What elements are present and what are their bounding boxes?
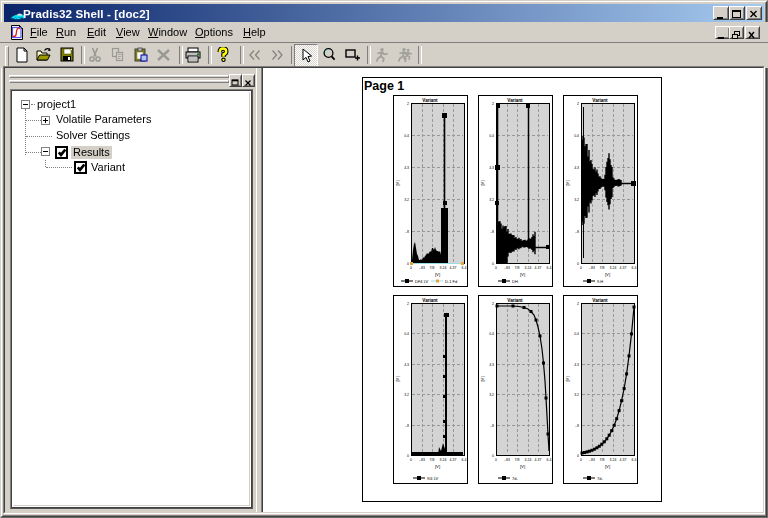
- svg-text:-.8: -.8: [405, 424, 409, 428]
- svg-text:3.2: 3.2: [574, 198, 579, 202]
- svg-text:4.3: 4.3: [574, 363, 579, 367]
- svg-text:-.8: -.8: [405, 230, 409, 234]
- svg-text:2: 2: [577, 102, 579, 106]
- svg-text:7/8: 7/8: [515, 458, 520, 462]
- svg-text:0.4: 0.4: [404, 332, 409, 336]
- svg-text:[V]: [V]: [395, 376, 400, 381]
- svg-text:Variant: Variant: [422, 298, 438, 303]
- svg-text:0: 0: [495, 266, 497, 270]
- svg-text:0.4: 0.4: [404, 134, 409, 138]
- svg-text:3.2: 3.2: [404, 393, 409, 397]
- svg-text:[V]: [V]: [565, 180, 570, 185]
- svg-text:0.4: 0.4: [574, 332, 579, 336]
- svg-text:0: 0: [410, 458, 412, 462]
- svg-text:[V]: [V]: [565, 376, 570, 381]
- svg-text:2: 2: [407, 102, 409, 106]
- svg-text:[V]: [V]: [605, 272, 610, 277]
- svg-text:-.83: -.83: [589, 266, 595, 270]
- svg-text:4.3: 4.3: [489, 363, 494, 367]
- svg-text:-.83: -.83: [589, 458, 595, 462]
- svg-text:-.8: -.8: [575, 424, 579, 428]
- svg-text:3.24: 3.24: [610, 458, 617, 462]
- svg-text:7/8: 7/8: [430, 458, 435, 462]
- svg-text:0: 0: [580, 266, 582, 270]
- svg-text:4.3: 4.3: [404, 363, 409, 367]
- svg-text:4.3: 4.3: [404, 166, 409, 170]
- svg-text:7d-: 7d-: [512, 476, 518, 481]
- svg-text:6.4: 6.4: [632, 266, 637, 270]
- svg-text:[V]: [V]: [395, 180, 400, 185]
- svg-text:Variant: Variant: [507, 98, 523, 103]
- svg-text:9.H: 9.H: [597, 279, 603, 284]
- svg-text:3.24: 3.24: [525, 458, 532, 462]
- svg-text:[V]: [V]: [605, 464, 610, 469]
- svg-text:3.24: 3.24: [525, 266, 532, 270]
- svg-text:0: 0: [495, 458, 497, 462]
- svg-text:-.83: -.83: [419, 458, 425, 462]
- svg-text:[V]: [V]: [520, 464, 525, 469]
- svg-text:3.24: 3.24: [610, 266, 617, 270]
- svg-text:2: 2: [577, 302, 579, 306]
- svg-text:-.83: -.83: [504, 458, 510, 462]
- svg-text:3.2: 3.2: [404, 198, 409, 202]
- svg-text:6.4: 6.4: [462, 458, 467, 462]
- svg-text:[V]: [V]: [480, 376, 485, 381]
- svg-text:2: 2: [492, 302, 494, 306]
- svg-text:7/8: 7/8: [430, 266, 435, 270]
- svg-text:Variant: Variant: [592, 298, 608, 303]
- svg-text:4.3: 4.3: [574, 166, 579, 170]
- svg-text:7/8: 7/8: [600, 266, 605, 270]
- svg-text:3.24: 3.24: [440, 266, 447, 270]
- svg-text:4.37: 4.37: [450, 458, 457, 462]
- svg-text:-.8: -.8: [490, 230, 494, 234]
- svg-text:0: 0: [410, 266, 412, 270]
- svg-text:0: 0: [407, 454, 409, 458]
- svg-text:3.2: 3.2: [489, 198, 494, 202]
- svg-text:0.4: 0.4: [489, 134, 494, 138]
- svg-text:Variant: Variant: [422, 98, 438, 103]
- svg-text:4.37: 4.37: [535, 458, 542, 462]
- svg-text:2: 2: [492, 102, 494, 106]
- svg-text:DF4 LV: DF4 LV: [415, 279, 429, 284]
- svg-text:3.2: 3.2: [489, 393, 494, 397]
- svg-text:9/4 LV: 9/4 LV: [427, 476, 439, 481]
- svg-text:4.3: 4.3: [489, 166, 494, 170]
- svg-text:[V]: [V]: [435, 272, 440, 277]
- svg-text:0: 0: [577, 262, 579, 266]
- svg-text:6.4: 6.4: [462, 266, 467, 270]
- svg-text:4.37: 4.37: [620, 458, 627, 462]
- svg-text:[V]: [V]: [435, 464, 440, 469]
- svg-text:0: 0: [407, 262, 409, 266]
- svg-text:-.83: -.83: [419, 266, 425, 270]
- svg-text:7d-: 7d-: [597, 476, 603, 481]
- svg-text:7/8: 7/8: [600, 458, 605, 462]
- svg-text:Variant: Variant: [592, 98, 608, 103]
- svg-text:0: 0: [492, 454, 494, 458]
- svg-text:-.83: -.83: [504, 266, 510, 270]
- svg-text:6.4: 6.4: [547, 458, 552, 462]
- svg-text:-.8: -.8: [490, 424, 494, 428]
- svg-text:Page 1: Page 1: [364, 79, 404, 93]
- svg-text:0: 0: [580, 458, 582, 462]
- svg-text:[V]: [V]: [480, 180, 485, 185]
- svg-text:D-1 Fd: D-1 Fd: [445, 279, 457, 284]
- svg-text:4.37: 4.37: [450, 266, 457, 270]
- svg-text:-.8: -.8: [575, 230, 579, 234]
- svg-text:6.4: 6.4: [632, 458, 637, 462]
- svg-text:[V]: [V]: [520, 272, 525, 277]
- svg-text:DH: DH: [512, 279, 518, 284]
- svg-text:0.4: 0.4: [574, 134, 579, 138]
- svg-text:Variant: Variant: [507, 298, 523, 303]
- svg-text:4.37: 4.37: [620, 266, 627, 270]
- svg-text:4.37: 4.37: [535, 266, 542, 270]
- svg-text:3.24: 3.24: [440, 458, 447, 462]
- svg-text:6.4: 6.4: [547, 266, 552, 270]
- svg-text:7/8: 7/8: [515, 266, 520, 270]
- svg-text:2: 2: [407, 302, 409, 306]
- svg-text:3.2: 3.2: [574, 393, 579, 397]
- svg-text:0: 0: [577, 454, 579, 458]
- svg-text:0.4: 0.4: [489, 332, 494, 336]
- svg-text:0: 0: [492, 262, 494, 266]
